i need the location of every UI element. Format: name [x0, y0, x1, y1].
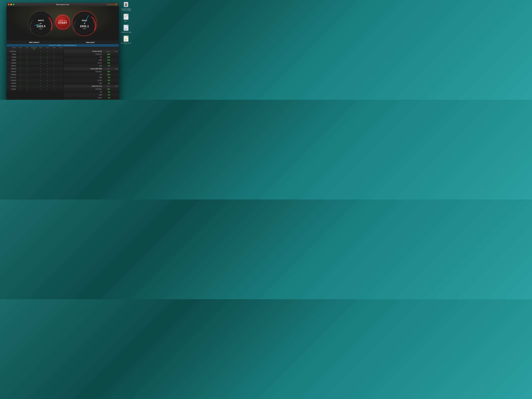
how-fast-write-value: 2689 — [103, 57, 111, 58]
will-it-work-row: 2160p50✓✓✓✓✓ — [6, 85, 63, 88]
check-cell: ✓ — [51, 82, 57, 84]
will-it-work-row: 2K DCI 25✓✓✓✓✓ — [6, 76, 63, 79]
how-fast-write-value: 1344 — [103, 59, 111, 61]
check-cell: ✓ — [24, 88, 30, 90]
how-fast-label: 1080 — [64, 77, 103, 78]
check-cell: ✓ — [24, 74, 30, 76]
svg-rect-9 — [124, 17, 127, 17]
check-cell: ✓ — [51, 62, 57, 64]
format-cell: 2160p30 — [6, 82, 17, 84]
close-button[interactable] — [8, 4, 10, 5]
how-fast-title: How Fast? — [62, 41, 119, 44]
desktop-icon-office[interactable]: ZIP Mac_Office_2011.zip — [120, 35, 132, 45]
write-gauge-container: WRITE 1323.3 MB/s — [28, 10, 54, 37]
how-fast-write-value: 163 — [103, 97, 111, 99]
check-cell: ✓ — [17, 62, 24, 64]
how-fast-row: NTSC/PAL3304 — [64, 70, 119, 73]
read-header-1: READ — [24, 47, 30, 50]
check-cell: ✓ — [44, 51, 51, 52]
how-fast-write-value: 4033 — [103, 54, 111, 55]
how-fast-write-value: 251 — [103, 94, 111, 96]
lap-icon — [123, 13, 129, 20]
how-fast-label: 2K DCI — [64, 62, 103, 64]
check-cell: ✓ — [17, 51, 24, 52]
data-rows-container: NTSC/PAL✓✓✓✓✓720p50✓✓✓✓✓720p60✓✓✓✓✓1080i… — [6, 50, 119, 100]
how-fast-row: 10801344 — [64, 59, 119, 62]
check-cell: ✓ — [17, 80, 24, 81]
how-fast-label: 2160 — [64, 82, 103, 84]
desktop-icon-lap[interactable]: lap t... — [120, 13, 132, 22]
gauges-section: ⚙ WRITE 1323.3 — [6, 6, 119, 41]
check-cell: ✓ — [17, 65, 24, 67]
how-fast-write-value: 558 — [103, 77, 111, 78]
format-cell: 1080p25 — [6, 65, 17, 67]
desktop-icon-install[interactable]: DMG InstallMacOSX.dmg — [120, 24, 132, 33]
will-it-work-title: Will It Work? — [6, 41, 62, 44]
check-cell: ✓ — [51, 80, 57, 81]
office-icon: ZIP — [123, 35, 129, 42]
desktop-icon-usb[interactable]: USB USB.Flash.Install.OS.X.Ma....9.5.dmg — [120, 1, 132, 11]
will-it-work-row: 1080i60✓✓✓✓✓ — [6, 62, 63, 64]
desktop-icon-usb-label: USB.Flash.Install.OS.X.Ma....9.5.dmg — [121, 8, 131, 11]
check-cell: ✓ — [51, 88, 57, 90]
read-col-header: READ — [111, 51, 119, 52]
check-cell: ✓ — [38, 77, 44, 78]
check-cell: ✓ — [44, 88, 51, 90]
check-cell: ✓ — [24, 71, 30, 73]
svg-rect-7 — [124, 16, 128, 16]
read-gauge: READ 2431.1 MB/s — [71, 10, 98, 37]
section-label: Cinema DNG RAW — [64, 68, 103, 70]
will-it-work-row: 1080i50✓✓✓✓✓ — [6, 59, 63, 62]
codec1-header: ProRes 422 HQ — [30, 47, 38, 50]
desktop-icon-lap-label: lap t... — [124, 21, 128, 22]
check-cell: ✓ — [38, 88, 44, 90]
check-cell: ✓ — [38, 53, 44, 55]
check-cell: ✓ — [51, 85, 57, 87]
check-cell: ✓ — [17, 74, 24, 76]
section-label: ProRes 422 HQ — [64, 51, 103, 52]
check-cell: ✓ — [38, 82, 44, 84]
how-fast-row: 2160131 — [64, 82, 119, 85]
check-cell: ✓ — [51, 71, 57, 73]
check-cell: ✓ — [24, 53, 30, 55]
will-it-work-row: 720p50✓✓✓✓✓ — [6, 53, 63, 56]
how-fast-label: 1080 — [64, 94, 103, 96]
svg-text:DMG: DMG — [125, 28, 127, 30]
check-cell: ✓ — [17, 53, 24, 55]
check-cell: ✓ — [51, 53, 57, 55]
check-cell: ✓ — [24, 56, 30, 58]
how-fast-row: NTSC/PAL1487 — [64, 88, 119, 91]
check-cell: ✓ — [17, 82, 24, 84]
usb-icon: USB — [123, 1, 129, 8]
how-fast-write-value: 131 — [103, 82, 111, 84]
maximize-button[interactable] — [13, 4, 14, 5]
how-fast-write-value: 363 — [103, 80, 111, 81]
how-fast-write-value: 1487 — [103, 89, 111, 90]
format-cell: 1080i50 — [6, 59, 17, 61]
format-cell: 2160p25 — [6, 80, 17, 81]
check-cell: ✓ — [24, 82, 30, 84]
desktop-icon-install-label: InstallMacOSX.dmg — [121, 32, 131, 33]
check-cell: ✓ — [24, 68, 30, 70]
check-cell: ✓ — [51, 77, 57, 78]
how-fast-row: 2K DCI163 — [64, 96, 119, 99]
check-cell: ✓ — [51, 59, 57, 61]
how-fast-section-header: ProRes 422 HQWRITEREAD — [64, 50, 119, 53]
how-fast-section-header: 10 Bit YUV 4:2:2WRITEREAD — [64, 85, 119, 88]
how-fast-write-value: 3304 — [103, 71, 111, 72]
how-fast-label: NTSC/PAL — [64, 89, 103, 90]
check-cell: ✓ — [17, 68, 24, 70]
how-fast-row: NTSC/PAL4033 — [64, 53, 119, 56]
window-title: Disk Speed Test — [56, 4, 69, 6]
how-fast-row: 1080251 — [64, 94, 119, 96]
how-fast-row: 216059 — [64, 99, 119, 100]
svg-text:MB/s: MB/s — [39, 28, 43, 30]
svg-text:MB/s: MB/s — [83, 28, 86, 30]
check-cell: ✓ — [17, 88, 24, 90]
check-cell: ✓ — [44, 71, 51, 73]
check-cell: ✓ — [38, 51, 44, 52]
start-button[interactable]: SPEED TEST START — [55, 15, 70, 29]
check-cell: ✓ — [44, 68, 51, 70]
how-fast-label: 2K DCI — [64, 80, 103, 81]
minimize-button[interactable] — [10, 4, 12, 5]
